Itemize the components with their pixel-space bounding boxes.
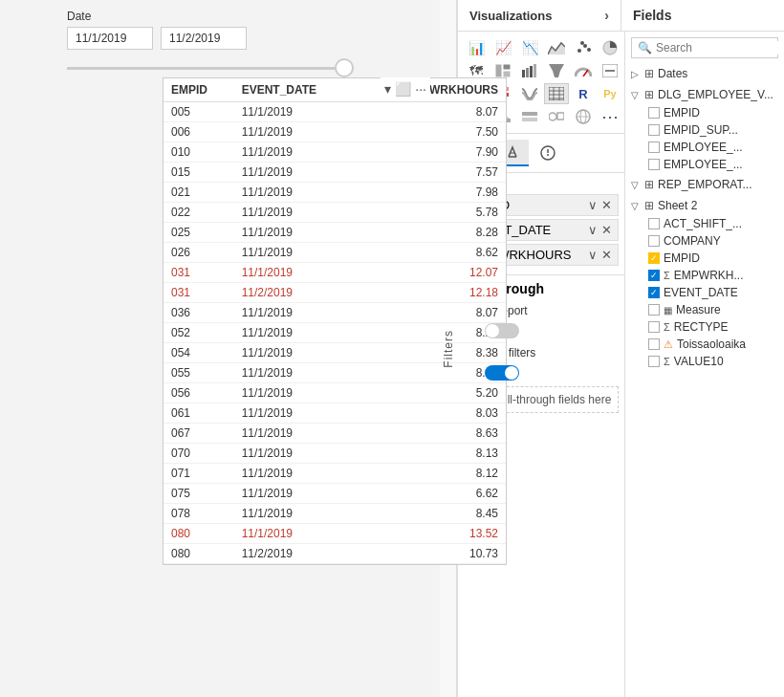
table-row: 010 11/1/2019 7.90 [163, 142, 506, 163]
keep-filters-toggle-container: On [464, 365, 619, 381]
remove-icon3[interactable]: ✕ [601, 248, 612, 262]
cell-empwrkhours: 13.52 [358, 524, 507, 544]
viz-shape-icon[interactable] [544, 106, 569, 127]
field-name-empid-s2: EMPID [664, 251, 700, 265]
field-item-company[interactable]: COMPANY [625, 232, 784, 250]
expand-icon[interactable]: ⬜ [395, 81, 411, 97]
panel-body: 📊 📈 📉 🗺 [458, 32, 784, 697]
viz-ribbon-icon[interactable] [517, 83, 542, 104]
rep-group-name: REP_EMPORAT... [658, 178, 751, 191]
cell-empid: 071 [163, 464, 234, 484]
cell-empid: 070 [163, 444, 234, 464]
field-group-rep-header[interactable]: ▽ ⊞ REP_EMPORAT... [625, 175, 784, 194]
field-checkbox-empid-dlg [648, 107, 660, 119]
field-name-empid-dlg: EMPID [664, 106, 700, 120]
table-row: 015 11/1/2019 7.57 [163, 163, 506, 183]
viz-column-icon[interactable]: 📈 [490, 37, 515, 58]
field-item-toissaoloaika[interactable]: ⚠ Toissaoloaika [625, 336, 784, 353]
svg-point-4 [580, 41, 584, 45]
table-row: 056 11/1/2019 5.20 [163, 383, 506, 403]
field-item-empwrkh[interactable]: ✓ Σ EMPWRKH... [625, 267, 784, 284]
viz-gauge-icon[interactable] [571, 60, 596, 81]
field-group-dates: ▷ ⊞ Dates [625, 64, 784, 83]
sheet2-group-name: Sheet 2 [658, 199, 697, 212]
field-item-measure[interactable]: ▦ Measure [625, 301, 784, 318]
viz-line-icon[interactable]: 📉 [517, 37, 542, 58]
cross-report-toggle[interactable] [485, 323, 519, 338]
filter-icon[interactable]: ▾ [384, 81, 391, 97]
search-input[interactable] [656, 41, 784, 54]
cell-empid: 010 [163, 142, 234, 163]
cell-empwrkhours: 7.98 [358, 183, 507, 203]
cell-event-date: 11/1/2019 [234, 142, 358, 163]
field-item-employee2[interactable]: EMPLOYEE_... [625, 156, 784, 173]
cell-empid: 031 [163, 283, 234, 303]
field-group-rep: ▽ ⊞ REP_EMPORAT... [625, 175, 784, 194]
svg-rect-8 [503, 71, 511, 77]
viz-pie-icon[interactable] [598, 37, 622, 58]
cell-empwrkhours: 6.62 [358, 484, 507, 504]
cell-event-date: 11/1/2019 [234, 183, 358, 203]
field-item-rectype[interactable]: Σ RECTYPE [625, 318, 784, 336]
viz-card-icon[interactable] [598, 60, 622, 81]
field-checkbox-empwrkh: ✓ [648, 270, 660, 281]
rep-expand-icon: ▽ [631, 180, 641, 190]
date-slider[interactable] [67, 59, 354, 62]
measure-icon: ▦ [664, 305, 672, 316]
viz-table-icon active[interactable] [544, 83, 569, 104]
field-item-empid-sup[interactable]: EMPID_SUP... [625, 121, 784, 139]
date-start-input[interactable]: 11/1/2019 [67, 27, 153, 50]
expand-down-icon2[interactable]: ∨ [588, 223, 598, 237]
sheet2-table-icon: ⊞ [644, 199, 654, 212]
viz-python-icon[interactable]: Py [598, 83, 622, 104]
field-name-measure: Measure [676, 303, 721, 316]
svg-rect-31 [507, 119, 511, 122]
expand-down-icon3[interactable]: ∨ [588, 248, 598, 262]
viz-area-icon[interactable] [544, 37, 569, 58]
field-group-dates-header[interactable]: ▷ ⊞ Dates [625, 64, 784, 83]
viz-expand-icon[interactable]: › [604, 8, 609, 23]
cell-empwrkhours: 7.90 [358, 142, 507, 163]
data-table: EMPID EVENT_DATE EMPWRKHOURS 005 11/1/20… [163, 77, 507, 565]
sub-icon-analytics[interactable] [533, 140, 563, 166]
field-group-dlg-header[interactable]: ▽ ⊞ DLG_EMPLOYEE_V... [625, 85, 784, 104]
cell-empid: 054 [163, 343, 234, 363]
field-item-value10[interactable]: Σ VALUE10 [625, 353, 784, 370]
field-item-empid-dlg[interactable]: EMPID [625, 104, 784, 121]
field-group-sheet2-header[interactable]: ▽ ⊞ Sheet 2 [625, 196, 784, 215]
table-row: 026 11/1/2019 8.62 [163, 243, 506, 263]
expand-down-icon[interactable]: ∨ [588, 198, 598, 212]
date-end-input[interactable]: 11/2/2019 [161, 27, 247, 50]
viz-bar-icon[interactable]: 📊 [464, 37, 489, 58]
cell-empid: 022 [163, 203, 234, 223]
viz-scatter-icon[interactable] [571, 37, 596, 58]
remove-icon[interactable]: ✕ [601, 198, 612, 212]
remove-icon2[interactable]: ✕ [601, 223, 612, 237]
cell-empwrkhours: 7.50 [358, 122, 507, 142]
field-item-employee1[interactable]: EMPLOYEE_... [625, 139, 784, 156]
viz-funnel-icon[interactable] [544, 60, 569, 81]
slider-track [67, 67, 354, 70]
field-name-employee1: EMPLOYEE_... [664, 141, 743, 154]
viz-waterfall-icon[interactable] [517, 60, 542, 81]
cell-empwrkhours: 8.45 [358, 504, 507, 524]
viz-globe2-icon[interactable] [571, 106, 596, 127]
viz-dots-icon[interactable]: ⋯ [598, 106, 622, 127]
table-row: 080 11/2/2019 10.73 [163, 544, 506, 564]
field-checkbox-empid-sup [648, 124, 660, 136]
keep-filters-toggle[interactable] [485, 365, 519, 381]
field-item-act-shift[interactable]: ACT_SHIFT_... [625, 215, 784, 232]
slider-thumb[interactable] [335, 58, 354, 77]
more-icon[interactable]: ··· [415, 81, 426, 97]
viz-r-icon[interactable]: R [571, 83, 596, 104]
field-checkbox-act-shift [648, 218, 660, 229]
cell-empwrkhours: 8.38 [358, 343, 507, 363]
cell-event-date: 11/1/2019 [234, 504, 358, 524]
table-row: 061 11/1/2019 8.03 [163, 403, 506, 424]
svg-rect-6 [495, 64, 502, 77]
field-item-empid-s2[interactable]: ✓ EMPID [625, 250, 784, 267]
table-row: 031 11/2/2019 12.18 [163, 283, 506, 303]
field-item-event-date-s2[interactable]: ✓ EVENT_DATE [625, 284, 784, 301]
viz-more1-icon[interactable] [517, 106, 542, 127]
field-checkbox-toissaoloaika [648, 338, 660, 350]
